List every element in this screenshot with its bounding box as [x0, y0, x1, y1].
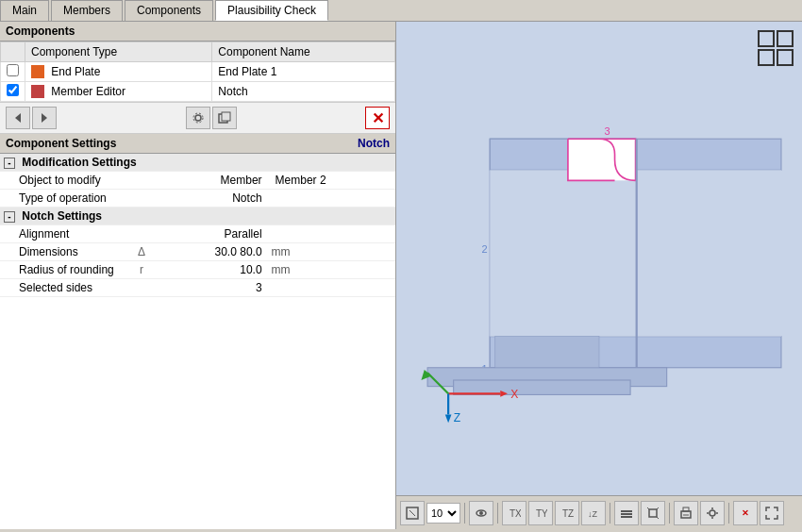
move-up-button[interactable]: [6, 107, 30, 129]
operation-sym: [132, 190, 151, 208]
tab-members[interactable]: Members: [51, 0, 123, 21]
tab-plausibility-check[interactable]: Plausibility Check: [215, 0, 328, 21]
layers-icon: [620, 507, 633, 520]
component-row-1[interactable]: End Plate End Plate 1: [1, 62, 395, 82]
object-value: Member: [151, 172, 268, 190]
svg-text:X: X: [510, 388, 518, 401]
zoom-select[interactable]: 10: [426, 503, 460, 524]
alignment-value: Parallel: [151, 225, 268, 243]
sides-label: Selected sides: [0, 279, 132, 297]
dimensions-label: Dimensions: [0, 243, 132, 261]
svg-rect-20: [495, 337, 599, 368]
fit-view-button[interactable]: [400, 501, 425, 525]
sides-sym: [132, 279, 151, 297]
svg-rect-15: [568, 139, 636, 180]
move-down-button[interactable]: [32, 107, 57, 129]
tab-components[interactable]: Components: [125, 0, 213, 21]
checkbox-end-plate[interactable]: [1, 62, 25, 82]
settings-icon: [706, 507, 719, 520]
col-check: [1, 42, 25, 62]
svg-rect-9: [777, 50, 793, 65]
modification-settings-label: Modification Settings: [22, 156, 136, 169]
right-panel: 3 2 1 X Z: [396, 22, 802, 529]
expand-button[interactable]: [760, 501, 784, 525]
notch-settings-label: Notch Settings: [22, 209, 102, 223]
z-view-button[interactable]: TZ: [555, 501, 579, 525]
color-end-plate: [31, 65, 44, 78]
collapse-notch-icon[interactable]: -: [4, 211, 15, 223]
collapse-modification-icon[interactable]: -: [4, 158, 15, 169]
svg-rect-22: [636, 139, 638, 368]
duplicate-button[interactable]: [212, 107, 237, 129]
component-name-1: End Plate 1: [212, 62, 395, 82]
grid-icon-svg: [757, 29, 794, 67]
render-mode-button[interactable]: [469, 501, 493, 525]
y-view-button[interactable]: TY: [528, 501, 553, 525]
radius-row: Radius of rounding r 10.0 mm: [0, 261, 395, 279]
svg-rect-14: [490, 170, 781, 336]
component-type-2: Member Editor: [25, 82, 212, 102]
dimensions-row: Dimensions Δ 30.0 80.0 mm: [0, 243, 395, 261]
col-name-header: Component Name: [212, 42, 395, 62]
properties-button[interactable]: [186, 107, 210, 129]
close-view-button[interactable]: ✕: [733, 501, 758, 525]
dimensions-value: 30.0 80.0: [151, 243, 268, 261]
svg-line-32: [409, 510, 415, 516]
notch-settings-group: - Notch Settings: [0, 208, 395, 225]
type-label-2: Member Editor: [51, 85, 125, 98]
settings-button[interactable]: [700, 501, 725, 525]
separator-3: [610, 503, 610, 524]
x-view-button[interactable]: TX: [502, 501, 526, 525]
separator-4: [669, 503, 670, 524]
separator-2: [497, 503, 498, 524]
svg-rect-5: [222, 112, 230, 121]
col-type-header: Component Type: [25, 42, 212, 62]
gear-icon: [192, 111, 205, 125]
object-to-modify-row: Object to modify Member Member 2: [0, 172, 395, 190]
radius-unit: mm: [268, 261, 395, 279]
modification-settings-group: - Modification Settings: [0, 154, 395, 172]
radius-sym: r: [132, 261, 151, 279]
layer-button[interactable]: [614, 501, 639, 525]
component-name-2: Notch: [212, 82, 395, 102]
component-toolbar: ✕: [0, 102, 395, 134]
checkbox-member-editor[interactable]: [1, 82, 25, 102]
fit-icon: [406, 507, 419, 520]
dimensions-unit: mm: [268, 243, 395, 261]
svg-rect-6: [759, 31, 774, 46]
component-row-2[interactable]: Member Editor Notch: [1, 82, 395, 102]
svg-point-34: [479, 511, 483, 515]
box-icon: [646, 507, 660, 520]
alignment-unit: [268, 225, 395, 243]
separator-5: [728, 503, 729, 524]
object-value2: Member 2: [268, 172, 395, 190]
box-view-button[interactable]: [641, 501, 665, 525]
svg-text:2: 2: [481, 243, 487, 255]
dim-val1: 30.0: [215, 245, 237, 258]
check-member-editor[interactable]: [7, 84, 19, 96]
svg-rect-8: [759, 50, 774, 65]
eye-icon: [475, 507, 488, 520]
x-axis-icon: TX: [508, 507, 521, 520]
delete-button[interactable]: ✕: [365, 107, 390, 129]
svg-rect-40: [621, 513, 632, 515]
main-container: Components Component Type Component Name: [0, 22, 802, 529]
neg-z-view-button[interactable]: ↓Z: [581, 501, 606, 525]
print-button[interactable]: [674, 501, 698, 525]
selected-sides-row: Selected sides 3: [0, 279, 395, 297]
alignment-label: Alignment: [0, 225, 132, 243]
svg-point-2: [195, 115, 201, 121]
svg-line-45: [657, 517, 659, 519]
check-end-plate[interactable]: [7, 64, 19, 76]
operation-value2: [268, 190, 395, 208]
svg-text:TX: TX: [510, 508, 521, 519]
object-label: Object to modify: [0, 172, 132, 190]
sides-value: 3: [151, 279, 268, 297]
svg-marker-1: [42, 113, 47, 123]
3d-drawing: 3 2 1 X Z: [396, 22, 802, 495]
neg-z-icon: ↓Z: [587, 507, 600, 520]
tab-main[interactable]: Main: [0, 0, 49, 21]
svg-rect-21: [454, 380, 630, 394]
dimensions-sym: Δ: [132, 243, 151, 261]
grid-view-icon[interactable]: [757, 29, 794, 70]
